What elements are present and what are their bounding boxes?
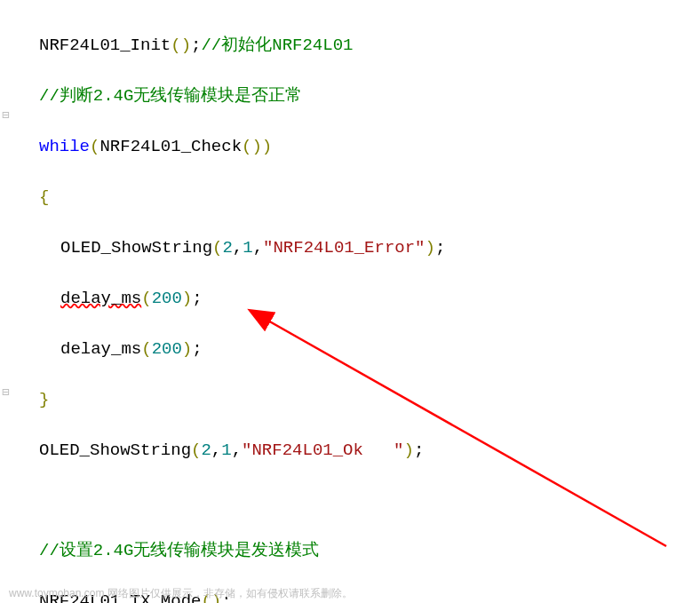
code-line: delay_ms(200); xyxy=(18,337,682,362)
code-line: OLED_ShowString(2,1,"NRF24L01_Error"); xyxy=(18,235,682,261)
func-call: NRF24L01_Init xyxy=(39,36,171,55)
keyword: while xyxy=(39,137,90,156)
comment: //初始化NRF24L01 xyxy=(201,36,353,55)
code-line: OLED_ShowString(2,1,"NRF24L01_Ok "); xyxy=(18,438,682,464)
func-call: OLED_ShowString xyxy=(39,440,191,460)
code-line: NRF24L01_Init();//初始化NRF24L01 xyxy=(18,33,682,59)
code-line: //设置2.4G无线传输模块是发送模式 xyxy=(18,538,682,564)
func-call: delay_ms xyxy=(60,339,141,359)
code-line: delay_ms(200); xyxy=(18,286,682,312)
code-line: { xyxy=(18,185,682,210)
code-block: NRF24L01_Init();//初始化NRF24L01 //判断2.4G无线… xyxy=(0,0,700,603)
string-literal: "NRF24L01_Error" xyxy=(263,238,425,258)
code-line xyxy=(18,488,682,513)
comment: //设置2.4G无线传输模块是发送模式 xyxy=(39,541,319,560)
func-call: NRF24L01_Check xyxy=(99,137,242,156)
string-literal: "NRF24L01_Ok " xyxy=(242,440,403,460)
func-call-error: delay_ms xyxy=(60,289,141,308)
comment: //判断2.4G无线传输模块是否正常 xyxy=(39,86,302,106)
watermark-text: www.toymoban.com 网络图片仅供展示，非存储，如有侵权请联系删除。 xyxy=(9,585,353,601)
code-line: } xyxy=(18,387,682,413)
code-line: while(NRF24L01_Check()) xyxy=(18,134,682,160)
func-call: OLED_ShowString xyxy=(60,238,212,258)
code-line: //判断2.4G无线传输模块是否正常 xyxy=(18,83,682,109)
